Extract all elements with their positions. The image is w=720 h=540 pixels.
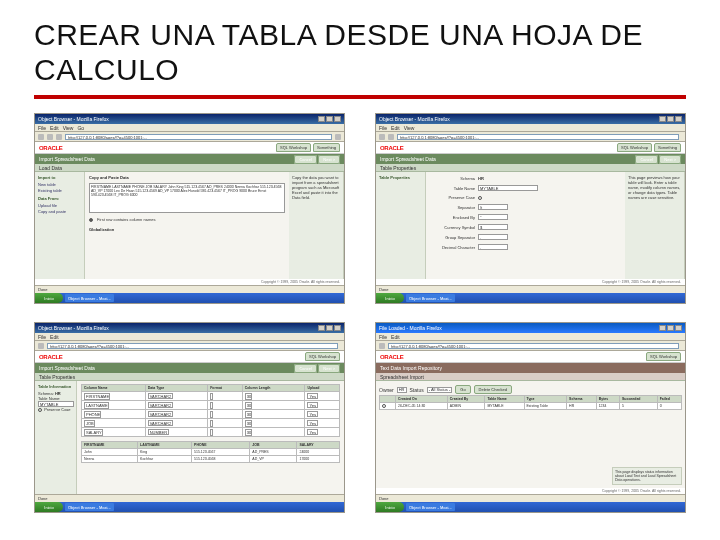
- upload-select[interactable]: Yes: [307, 420, 318, 426]
- length-input[interactable]: 30: [245, 402, 252, 409]
- maximize-button[interactable]: [326, 116, 333, 122]
- tablename-input[interactable]: MYTABLE: [478, 185, 538, 191]
- start-button[interactable]: Inicio: [376, 293, 404, 303]
- cancel-button[interactable]: Cancel: [294, 155, 316, 164]
- owner-label: Owner: [379, 387, 394, 393]
- colname-input[interactable]: FIRSTNAME: [84, 393, 110, 400]
- menu-edit[interactable]: Edit: [391, 334, 400, 340]
- taskbar-item[interactable]: Object Browser - Mozi...: [65, 503, 114, 511]
- minimize-button[interactable]: [318, 116, 325, 122]
- menu-file[interactable]: File: [379, 334, 387, 340]
- app-title: Text Data Import Repository: [380, 365, 442, 371]
- length-input[interactable]: 30: [245, 411, 252, 418]
- side-item-newtable[interactable]: New table: [38, 182, 81, 187]
- length-input[interactable]: 30: [245, 420, 252, 427]
- minimize-button[interactable]: [659, 116, 666, 122]
- length-input[interactable]: 30: [245, 393, 252, 400]
- back-icon[interactable]: [379, 343, 385, 349]
- tab-sqlworkshop[interactable]: SQL Workshop: [617, 143, 652, 152]
- upload-select[interactable]: Yes: [307, 411, 318, 417]
- maximize-button[interactable]: [667, 116, 674, 122]
- upload-select[interactable]: Yes: [307, 393, 318, 399]
- back-icon[interactable]: [38, 134, 44, 140]
- start-button[interactable]: Inicio: [35, 293, 63, 303]
- format-input[interactable]: [210, 393, 213, 400]
- upload-select[interactable]: Yes: [307, 402, 318, 408]
- menu-edit[interactable]: Edit: [50, 125, 59, 131]
- minimize-button[interactable]: [659, 325, 666, 331]
- sep-input[interactable]: \t: [478, 204, 508, 210]
- menu-view[interactable]: View: [404, 125, 415, 131]
- go-button[interactable]: Go: [455, 385, 470, 394]
- tab-sqlworkshop[interactable]: SQL Workshop: [305, 352, 340, 361]
- datatype-select[interactable]: VARCHAR2: [148, 420, 174, 426]
- currency-input[interactable]: $: [478, 224, 508, 230]
- enclosed-input[interactable]: ": [478, 214, 508, 220]
- tab-sqlworkshop[interactable]: SQL Workshop: [646, 352, 681, 361]
- cancel-button[interactable]: Cancel: [635, 155, 657, 164]
- fwd-icon[interactable]: [47, 134, 53, 140]
- back-icon[interactable]: [38, 343, 44, 349]
- datatype-select[interactable]: NUMBER: [148, 429, 169, 435]
- tab-sqlworkshop[interactable]: SQL Workshop: [276, 143, 311, 152]
- browser-statusbar: Done: [35, 285, 344, 293]
- next-button[interactable]: Next >: [318, 364, 340, 373]
- colname-input[interactable]: JOB: [84, 420, 95, 427]
- menu-file[interactable]: File: [379, 125, 387, 131]
- next-button[interactable]: Next >: [659, 155, 681, 164]
- start-button[interactable]: Inicio: [376, 502, 404, 512]
- sub-header: Table Properties: [35, 373, 344, 381]
- colname-input[interactable]: SALARY: [84, 429, 103, 436]
- group-input[interactable]: ,: [478, 234, 508, 240]
- fwd-icon[interactable]: [388, 134, 394, 140]
- go-icon[interactable]: [335, 134, 341, 140]
- taskbar-item[interactable]: Object Browser - Mozi...: [406, 294, 455, 302]
- colname-input[interactable]: LASTNAME: [84, 402, 109, 409]
- close-button[interactable]: [334, 325, 341, 331]
- menu-view[interactable]: View: [63, 125, 74, 131]
- address-input[interactable]: http://127.0.0.1:8080/apex/f?p=4500:1001…: [388, 343, 679, 349]
- address-input[interactable]: http://127.0.0.1:8080/apex/f?p=4500:1001…: [47, 343, 338, 349]
- datatype-select[interactable]: VARCHAR2: [148, 402, 174, 408]
- close-button[interactable]: [675, 116, 682, 122]
- start-button[interactable]: Inicio: [35, 502, 63, 512]
- status-select[interactable]: - All Status -: [427, 387, 453, 393]
- tab-other[interactable]: Something: [654, 143, 681, 152]
- close-button[interactable]: [675, 325, 682, 331]
- schema-label: Schema: [430, 176, 475, 181]
- cancel-button[interactable]: Cancel: [294, 364, 316, 373]
- decimal-input[interactable]: .: [478, 244, 508, 250]
- menu-file[interactable]: File: [38, 125, 46, 131]
- menu-edit[interactable]: Edit: [391, 125, 400, 131]
- close-button[interactable]: [334, 116, 341, 122]
- reload-icon[interactable]: [56, 134, 62, 140]
- side-item-existing[interactable]: Existing table: [38, 188, 81, 193]
- minimize-button[interactable]: [318, 325, 325, 331]
- maximize-button[interactable]: [326, 325, 333, 331]
- tab-other[interactable]: Something: [313, 143, 340, 152]
- back-icon[interactable]: [379, 134, 385, 140]
- menu-go[interactable]: Go: [77, 125, 84, 131]
- upload-select[interactable]: Yes: [307, 429, 318, 435]
- address-input[interactable]: http://127.0.0.1:8080/apex/f?p=4500:1001…: [397, 134, 679, 140]
- preserve-checkbox[interactable]: [38, 408, 42, 412]
- paste-textarea[interactable]: FIRSTNAME LASTNAME PHONE JOB SALARY John…: [89, 183, 285, 213]
- next-button[interactable]: Next >: [318, 155, 340, 164]
- firstrow-checkbox[interactable]: [89, 218, 93, 222]
- delete-checked-button[interactable]: Delete Checked: [474, 385, 512, 394]
- row-checkbox[interactable]: [382, 404, 386, 408]
- maximize-button[interactable]: [667, 325, 674, 331]
- taskbar-item[interactable]: Object Browser - Mozi...: [65, 294, 114, 302]
- datatype-select[interactable]: VARCHAR2: [148, 393, 174, 399]
- menu-file[interactable]: File: [38, 334, 46, 340]
- length-input[interactable]: 30: [245, 429, 252, 436]
- address-input[interactable]: http://127.0.0.1:8080/apex/f?p=4500:1001…: [65, 134, 332, 140]
- datatype-select[interactable]: VARCHAR2: [148, 411, 174, 417]
- side-item-upload[interactable]: Upload file: [38, 203, 81, 208]
- preserve-checkbox[interactable]: [478, 196, 482, 200]
- owner-select[interactable]: HR: [397, 387, 407, 393]
- taskbar-item[interactable]: Object Browser - Mozi...: [406, 503, 455, 511]
- colname-input[interactable]: PHONE: [84, 411, 101, 418]
- side-item-paste[interactable]: Copy and paste: [38, 209, 81, 214]
- menu-edit[interactable]: Edit: [50, 334, 59, 340]
